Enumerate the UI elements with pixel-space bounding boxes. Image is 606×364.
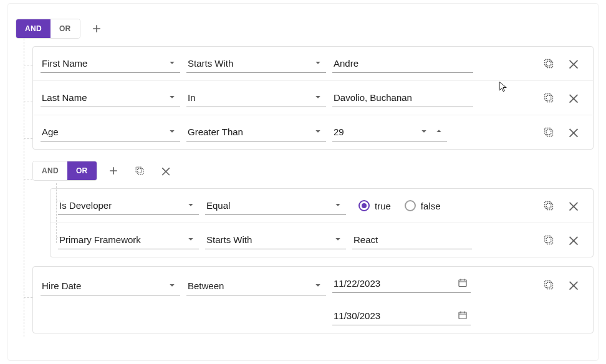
rule-row bbox=[33, 47, 593, 80]
svg-rect-3 bbox=[545, 94, 551, 100]
root-and-button[interactable]: AND bbox=[16, 19, 50, 38]
calendar-icon[interactable] bbox=[457, 277, 468, 290]
operator-select[interactable] bbox=[205, 196, 346, 215]
root-conjunction-toggle[interactable]: AND OR bbox=[16, 19, 80, 39]
svg-rect-8 bbox=[546, 203, 552, 209]
plus-icon bbox=[107, 165, 120, 177]
subgroup-and-button[interactable]: AND bbox=[33, 161, 67, 180]
svg-rect-4 bbox=[546, 130, 552, 136]
svg-rect-1 bbox=[545, 60, 551, 66]
svg-rect-7 bbox=[136, 167, 142, 173]
svg-rect-13 bbox=[459, 312, 466, 319]
field-select[interactable] bbox=[58, 196, 199, 215]
connector-line bbox=[24, 297, 32, 298]
close-icon bbox=[160, 165, 172, 177]
rule-row bbox=[33, 115, 593, 149]
svg-rect-12 bbox=[459, 280, 466, 287]
rule-row: true false bbox=[50, 189, 593, 223]
field-select[interactable] bbox=[58, 231, 199, 249]
delete-button[interactable] bbox=[565, 198, 582, 214]
value-input[interactable] bbox=[332, 54, 473, 73]
svg-rect-6 bbox=[137, 169, 143, 175]
date-rule-card bbox=[32, 266, 594, 333]
copy-button[interactable] bbox=[541, 90, 557, 106]
date-to-input[interactable] bbox=[332, 307, 471, 325]
svg-rect-10 bbox=[546, 237, 552, 244]
radio-group: true false bbox=[352, 200, 441, 211]
value-input[interactable] bbox=[332, 89, 473, 107]
operator-select[interactable] bbox=[186, 277, 326, 295]
copy-button[interactable] bbox=[541, 124, 557, 140]
operator-select[interactable] bbox=[186, 123, 326, 141]
subgroup-conjunction-toggle[interactable]: AND OR bbox=[32, 161, 97, 181]
rule-row bbox=[33, 80, 593, 115]
svg-rect-11 bbox=[545, 236, 551, 242]
svg-rect-14 bbox=[546, 282, 552, 289]
value-input-number[interactable] bbox=[332, 123, 447, 141]
field-select[interactable] bbox=[41, 123, 180, 141]
subgroup-rules-list: true false bbox=[50, 188, 594, 257]
delete-button[interactable] bbox=[565, 277, 582, 293]
svg-rect-2 bbox=[546, 95, 552, 102]
delete-button[interactable] bbox=[565, 124, 582, 140]
delete-button[interactable] bbox=[565, 90, 582, 106]
calendar-icon[interactable] bbox=[457, 310, 468, 323]
operator-select[interactable] bbox=[186, 89, 326, 107]
copy-button[interactable] bbox=[541, 277, 557, 293]
rule-row bbox=[50, 223, 593, 257]
field-select[interactable] bbox=[41, 89, 180, 107]
copy-icon bbox=[133, 165, 146, 177]
rule-row bbox=[33, 267, 593, 333]
connector-line bbox=[24, 102, 32, 102]
field-select[interactable] bbox=[41, 277, 180, 295]
subgroup-header: AND OR bbox=[32, 161, 594, 181]
radio-false[interactable]: false bbox=[405, 200, 441, 211]
copy-button[interactable] bbox=[541, 198, 557, 214]
value-input[interactable] bbox=[352, 231, 472, 249]
copy-button[interactable] bbox=[541, 55, 557, 72]
svg-rect-5 bbox=[545, 128, 551, 135]
subgroup-add-button[interactable] bbox=[103, 161, 123, 181]
date-from-input[interactable] bbox=[332, 274, 471, 293]
operator-select[interactable] bbox=[205, 231, 346, 249]
subgroup-copy-button[interactable] bbox=[130, 161, 150, 181]
delete-button[interactable] bbox=[565, 55, 582, 72]
radio-true-label: true bbox=[375, 201, 391, 211]
delete-button[interactable] bbox=[565, 232, 582, 248]
add-rule-button[interactable] bbox=[87, 19, 107, 39]
radio-false-label: false bbox=[421, 201, 441, 211]
root-rules-list bbox=[32, 46, 594, 150]
radio-true[interactable]: true bbox=[358, 200, 391, 211]
plus-icon bbox=[90, 22, 103, 35]
connector-line bbox=[24, 138, 32, 139]
operator-select[interactable] bbox=[186, 54, 326, 73]
subgroup-delete-button[interactable] bbox=[156, 161, 176, 181]
svg-rect-9 bbox=[545, 202, 551, 208]
svg-rect-15 bbox=[545, 281, 551, 287]
subgroup: AND OR bbox=[12, 161, 594, 257]
root-group-header: AND OR bbox=[16, 19, 594, 39]
copy-button[interactable] bbox=[541, 232, 557, 248]
connector-line bbox=[24, 65, 32, 65]
subgroup-or-button[interactable]: OR bbox=[67, 161, 97, 180]
query-builder-root: AND OR bbox=[0, 0, 606, 364]
root-or-button[interactable]: OR bbox=[50, 19, 80, 38]
field-select[interactable] bbox=[41, 54, 180, 73]
svg-rect-0 bbox=[546, 61, 552, 67]
